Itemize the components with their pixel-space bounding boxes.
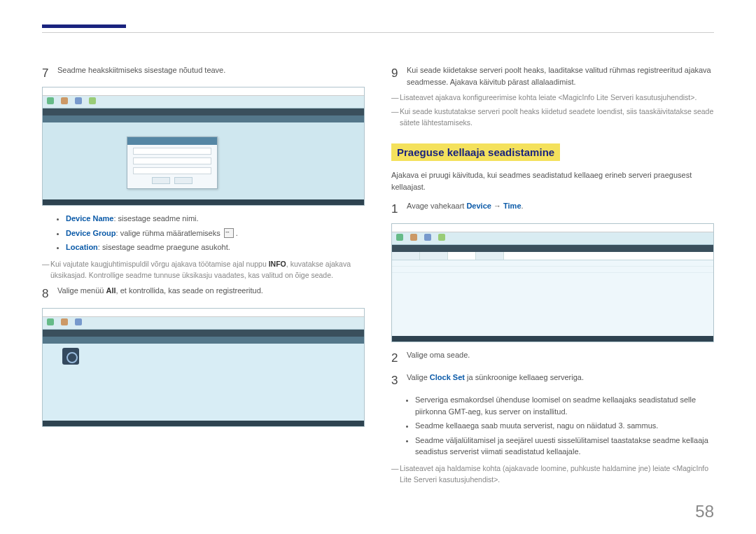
section-heading-wrap: Praeguse kellaaja seadistamine xyxy=(391,131,714,167)
screenshot-device-time xyxy=(391,223,714,342)
step-text: Valige menüü All, et kontrollida, kas se… xyxy=(57,285,365,297)
step-number: 8 xyxy=(42,285,57,303)
section-heading: Praeguse kellaaja seadistamine xyxy=(391,143,560,161)
bullet-device-group: Device Group: valige rühma määratlemisek… xyxy=(66,227,365,239)
header-accent-bar xyxy=(42,24,126,28)
time-bullets: Serveriga esmakordsel ühenduse loomisel … xyxy=(407,394,714,458)
note-text: Lisateavet ajakava konfigureerimise koht… xyxy=(400,92,696,104)
field-bullets: Device Name: sisestage seadme nimi. Devi… xyxy=(57,213,365,253)
dash-icon: ― xyxy=(42,259,50,281)
left-column: 7 Seadme heakskiitmiseks sisestage nõutu… xyxy=(42,60,365,488)
note-text: Lisateavet aja haldamise kohta (ajakavad… xyxy=(400,463,714,486)
bullet-device-name: Device Name: sisestage seadme nimi. xyxy=(66,213,365,225)
screenshot-approve-dialog xyxy=(42,87,365,206)
note-text: Kui seade kustutatakse serveri poolt hea… xyxy=(400,106,714,129)
bullet-location: Location: sisestage seadme praegune asuk… xyxy=(66,241,365,253)
note-config: ― Lisateavet ajakava konfigureerimise ko… xyxy=(391,92,714,104)
right-column: 9 Kui seade kiidetakse serveri poolt hea… xyxy=(391,60,714,488)
step-9: 9 Kui seade kiidetakse serveri poolt hea… xyxy=(391,64,714,88)
text: : sisestage seadme praegune asukoht. xyxy=(98,243,230,251)
step-7: 7 Seadme heakskiitmiseks sisestage nõutu… xyxy=(42,64,365,83)
approve-dialog xyxy=(127,136,218,189)
note-time-mgmt: ― Lisateavet aja haldamise kohta (ajakav… xyxy=(391,463,714,486)
step-text: Kui seade kiidetakse serveri poolt heaks… xyxy=(407,64,714,88)
page-number: 58 xyxy=(695,502,714,521)
content-columns: 7 Seadme heakskiitmiseks sisestage nõutu… xyxy=(42,60,714,488)
dash-icon: ― xyxy=(391,463,400,486)
step-number: 1 xyxy=(391,200,407,218)
label: Device Name xyxy=(66,214,114,223)
device-thumbnail-icon xyxy=(62,348,79,365)
step-text: Valige Clock Set ja sünkroonige kellaaeg… xyxy=(407,372,714,384)
step-number: 3 xyxy=(391,372,407,390)
screenshot-all-menu xyxy=(42,308,365,427)
bullet-change: Seadme kellaaega saab muuta serverist, n… xyxy=(415,420,714,432)
step-text: Avage vahekaart Device → Time. xyxy=(407,200,714,212)
note-delete: ― Kui seade kustutatakse serveri poolt h… xyxy=(391,106,714,129)
step-8: 8 Valige menüü All, et kontrollida, kas … xyxy=(42,285,365,303)
label: Location xyxy=(66,243,98,251)
header-rule xyxy=(42,32,714,33)
note-text: Kui vajutate kaugjuhtimispuldil võrgu aj… xyxy=(50,259,365,281)
ellipsis-button-icon xyxy=(224,228,234,238)
note-info: ― Kui vajutate kaugjuhtimispuldil võrgu … xyxy=(42,259,365,281)
step-text: Valige oma seade. xyxy=(407,349,714,361)
text: : valige rühma määratlemiseks xyxy=(116,229,223,237)
dash-icon: ― xyxy=(391,106,400,129)
step-2: 2 Valige oma seade. xyxy=(391,349,714,367)
step-1: 1 Avage vahekaart Device → Time. xyxy=(391,200,714,218)
label: Device Group xyxy=(66,229,116,237)
step-number: 2 xyxy=(391,349,407,367)
step-text: Seadme heakskiitmiseks sisestage nõutud … xyxy=(57,64,365,76)
text: : sisestage seadme nimi. xyxy=(114,214,199,223)
section-intro: Ajakava ei pruugi käivituda, kui seadmes… xyxy=(391,169,714,193)
bullet-gmt: Serveriga esmakordsel ühenduse loomisel … xyxy=(415,394,714,417)
step-number: 7 xyxy=(42,64,57,83)
step-3: 3 Valige Clock Set ja sünkroonige kellaa… xyxy=(391,372,714,390)
bullet-restore: Seadme väljalülitamisel ja seejärel uues… xyxy=(415,435,714,458)
step-number: 9 xyxy=(391,64,407,83)
dash-icon: ― xyxy=(391,92,400,104)
